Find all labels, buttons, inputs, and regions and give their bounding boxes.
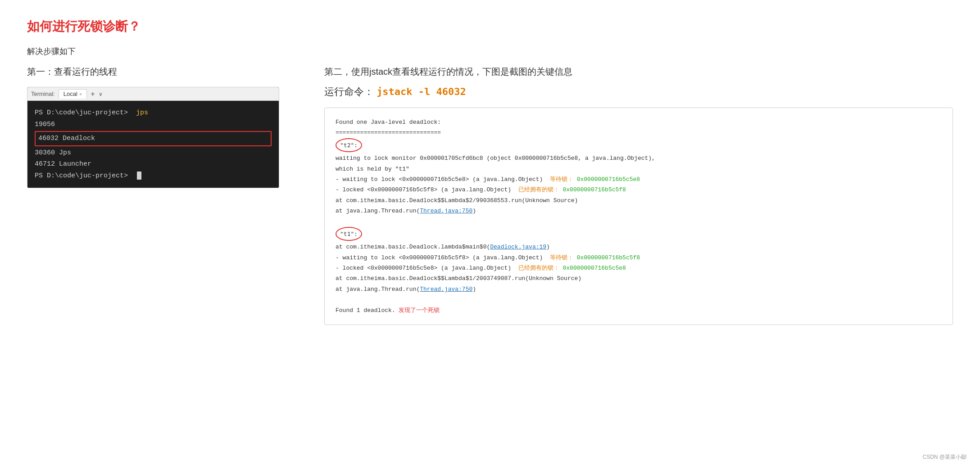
jstack-t1-wait-label: 等待锁： [550, 254, 573, 261]
jstack-found-deadlock: Found one Java-level deadlock: [336, 117, 942, 127]
right-section: 第二，使用jstack查看线程运行的情况，下图是截图的关键信息 运行命令： js… [324, 66, 953, 325]
jstack-t1-at3-suffix: ) [472, 286, 476, 293]
left-section: 第一：查看运行的线程 Terminal: Local × + ∨ PS D:\c… [27, 66, 288, 188]
subtitle: 解决步骤如下 [27, 46, 953, 57]
jstack-t2-at1: at com.itheima.basic.Deadlock$$Lambda$2/… [336, 195, 942, 206]
jstack-t1-at3: at java.lang.Thread.run(Thread.java:750) [336, 284, 942, 294]
step1-title: 第一：查看运行的线程 [27, 66, 288, 78]
terminal-line-prompt2: PS D:\code\juc-project> [35, 170, 272, 182]
jstack-separator: ============================== [336, 127, 942, 138]
jstack-t2-waiting: waiting to lock monitor 0x000001705cfd6b… [336, 153, 942, 163]
jstack-blank1 [336, 217, 942, 227]
terminal-add-tab[interactable]: + [91, 90, 95, 98]
main-layout: 第一：查看运行的线程 Terminal: Local × + ∨ PS D:\c… [27, 66, 953, 325]
command-value: jstack -l 46032 [377, 86, 466, 97]
jstack-t1-wait-addr: 0x0000000716b5c5f8 [577, 254, 640, 261]
jstack-t2-thread-link[interactable]: Thread.java:750 [420, 208, 472, 214]
terminal-tab-local[interactable]: Local × [59, 89, 87, 99]
jstack-t2-lock-addr: 0x0000000716b5c5f8 [563, 186, 626, 193]
jstack-t1-at2: at com.itheima.basic.Deadlock$$Lambda$1/… [336, 273, 942, 284]
terminal-chevron[interactable]: ∨ [99, 91, 103, 97]
jstack-t2-wait-addr: 0x0000000716b5c5e8 [577, 176, 640, 183]
jstack-panel: Found one Java-level deadlock: =========… [324, 108, 953, 325]
page-title: 如何进行死锁诊断？ [27, 18, 953, 35]
terminal-line-46712: 46712 Launcher [35, 158, 272, 170]
jstack-t1-deadlock-link[interactable]: Deadlock.java:19 [490, 244, 546, 250]
jstack-t1-at1-prefix: at com.itheima.basic.Deadlock.lambda$mai… [336, 244, 490, 250]
terminal-line-46032: 46032 Deadlock [35, 131, 272, 146]
jstack-t2-waiting-lock: - waiting to lock <0x0000000716b5c5e8> (… [336, 174, 942, 185]
terminal-body: PS D:\code\juc-project> jps 19056 46032 … [27, 101, 279, 188]
jstack-t1-at1-suffix: ) [546, 244, 550, 250]
jstack-t2-circle: "t2": [336, 138, 362, 152]
jstack-t1-at3-prefix: at java.lang.Thread.run( [336, 286, 420, 293]
terminal-line-19056: 19056 [35, 119, 272, 131]
jstack-t2-locked: - locked <0x0000000716b5c5f8> (a java.la… [336, 185, 942, 195]
jstack-t2-at2-suffix: ) [472, 208, 476, 214]
jstack-footer-chinese: 发现了一个死锁 [399, 307, 440, 314]
terminal-cursor [137, 172, 141, 180]
jstack-blank2 [336, 294, 942, 305]
terminal-window: Terminal: Local × + ∨ PS D:\code\juc-pro… [27, 87, 279, 188]
terminal-label: Terminal: [31, 90, 55, 97]
jstack-t1-lk-text: - locked <0x0000000716b5c5e8> (a java.la… [336, 265, 511, 271]
step2-title: 第二，使用jstack查看线程运行的情况，下图是截图的关键信息 [324, 66, 953, 78]
terminal-prompt2: PS D:\code\juc-project> [35, 172, 128, 180]
jstack-t1-label-line: "t1": [336, 227, 942, 242]
jstack-t1-at1: at com.itheima.basic.Deadlock.lambda$mai… [336, 242, 942, 252]
jstack-t1-circle: "t1": [336, 227, 362, 241]
terminal-tab-name: Local [64, 90, 77, 97]
jstack-t2-held: which is held by "t1" [336, 164, 942, 174]
jstack-t1-locked: - locked <0x0000000716b5c5e8> (a java.la… [336, 263, 942, 273]
command-label: 运行命令： [324, 86, 374, 97]
terminal-prompt: PS D:\code\juc-project> [35, 109, 128, 117]
jstack-t1-lock-addr: 0x0000000716b5c5e8 [563, 265, 626, 271]
jstack-t2-at2: at java.lang.Thread.run(Thread.java:750) [336, 206, 942, 216]
jstack-t2-lk-text: - locked <0x0000000716b5c5f8> (a java.la… [336, 186, 511, 193]
command-line: 运行命令： jstack -l 46032 [324, 85, 953, 99]
jstack-t2-lock-label: 已经拥有的锁： [518, 186, 559, 193]
terminal-tab-bar: Terminal: Local × + ∨ [27, 87, 279, 101]
jstack-footer-text: Found 1 deadlock. [336, 307, 395, 314]
jstack-t1-lock-label: 已经拥有的锁： [518, 265, 559, 271]
terminal-cmd-jps: jps [136, 109, 148, 117]
jstack-t1-waiting-lock: - waiting to lock <0x0000000716b5c5f8> (… [336, 253, 942, 263]
jstack-t2-at2-prefix: at java.lang.Thread.run( [336, 208, 420, 214]
jstack-footer: Found 1 deadlock. 发现了一个死锁 [336, 305, 942, 316]
jstack-t1-wl-text: - waiting to lock <0x0000000716b5c5f8> (… [336, 254, 543, 261]
jstack-t2-wait-label: 等待锁： [550, 176, 573, 183]
jstack-t2-label-line: "t2": [336, 138, 942, 153]
jstack-t2-wl-text: - waiting to lock <0x0000000716b5c5e8> (… [336, 176, 543, 183]
terminal-tab-close[interactable]: × [79, 91, 82, 97]
terminal-line-30360: 30360 Jps [35, 147, 272, 159]
terminal-line-prompt: PS D:\code\juc-project> jps [35, 107, 272, 119]
jstack-t1-thread-link[interactable]: Thread.java:750 [420, 286, 472, 293]
